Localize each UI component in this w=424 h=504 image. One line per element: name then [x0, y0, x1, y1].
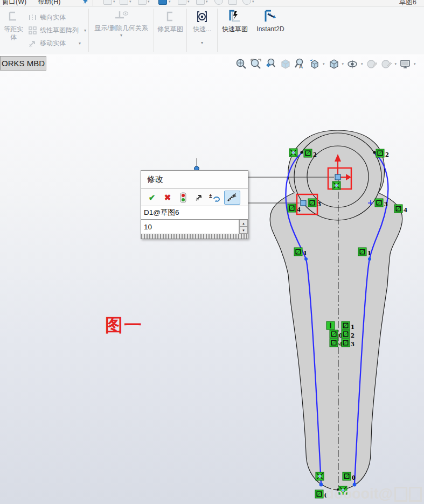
watermark-glyph-box	[394, 487, 407, 502]
move-entities-caret[interactable]: ▾	[79, 41, 81, 46]
tangent-constraint-icon[interactable]: 0	[330, 330, 343, 339]
annotation-view-icon[interactable]: A	[293, 58, 306, 71]
edit-appearance-icon[interactable]	[365, 58, 378, 71]
quick-snaps-icon	[195, 10, 209, 24]
ribbon-separator	[217, 9, 218, 52]
spinner-down-button[interactable]: ▼	[239, 227, 248, 234]
menu-window[interactable]: 窗口(W)	[2, 0, 26, 6]
selected-origin-point[interactable]	[335, 174, 340, 180]
hide-show-items-caret[interactable]: ▾	[361, 62, 363, 66]
cancel-button[interactable]: ✖	[162, 192, 173, 204]
sketch-point[interactable]	[300, 151, 303, 153]
traffic-light-icon	[180, 192, 186, 203]
apply-scene-icon[interactable]	[380, 58, 393, 71]
display-delete-relations-label: 显示/删除几何关系	[94, 24, 148, 32]
pin-icon[interactable]	[82, 0, 88, 5]
open-icon[interactable]	[120, 0, 128, 5]
display-delete-relations-caret[interactable]: ▾	[120, 33, 122, 38]
tangent-constraint-icon[interactable]: 4	[394, 205, 407, 214]
instant2d-button[interactable]: Instant2D	[251, 6, 290, 54]
display-style-icon[interactable]	[327, 58, 340, 71]
mirror-entities-button[interactable]: 镜向实体	[27, 12, 87, 24]
quick-snaps-caret[interactable]: ▾	[201, 41, 203, 45]
tangent-constraint-icon[interactable]: 2	[342, 330, 355, 339]
repair-sketch-button[interactable]: 修复草图	[155, 6, 185, 54]
tangent-constraint-icon[interactable]: 1	[342, 321, 355, 331]
rebuild-button[interactable]	[177, 192, 189, 204]
select-icon[interactable]	[196, 0, 205, 5]
save-icon[interactable]	[138, 0, 147, 5]
view-settings-icon[interactable]	[399, 58, 412, 71]
tab-solidworks-mbd[interactable]: ORKS MBD	[0, 56, 46, 71]
spline-point[interactable]	[368, 257, 371, 261]
modify-dialog[interactable]: 修改 ✔ ✖	[141, 170, 248, 239]
increment-settings-button[interactable]: ±	[208, 192, 220, 204]
offset-entities-icon	[6, 10, 20, 24]
redo-icon[interactable]	[178, 0, 186, 5]
caret: ▾	[148, 0, 150, 4]
new-icon[interactable]	[103, 0, 112, 5]
move-entities-button[interactable]: 移动实体 ▾	[27, 38, 87, 50]
rapid-sketch-button[interactable]: 快速草图	[219, 6, 251, 54]
coincident-constraint-icon[interactable]	[332, 181, 340, 190]
caret: ▾	[252, 0, 254, 4]
tangent-constraint-icon[interactable]: 3	[375, 199, 388, 208]
mirror-entities-icon	[28, 13, 37, 22]
selected-sketch-point[interactable]	[301, 200, 306, 206]
tangent-constraint-icon[interactable]: 1	[358, 248, 371, 257]
dialog-resize-grip[interactable]	[141, 234, 248, 239]
dimension-value-input[interactable]: 10	[141, 220, 239, 234]
section-view-icon[interactable]	[279, 58, 291, 71]
offset-entities-button[interactable]: 等距实体	[0, 6, 27, 54]
tangent-constraint-icon[interactable]: 2	[376, 149, 389, 158]
tangent-constraint-icon[interactable]: 3	[308, 199, 321, 208]
apply-scene-caret[interactable]: ▾	[395, 62, 397, 66]
accept-button[interactable]: ✔	[146, 192, 158, 204]
dimension-wand-icon	[227, 193, 238, 202]
repair-sketch-icon	[163, 10, 177, 24]
svg-text:±: ±	[209, 193, 212, 199]
options-card-icon[interactable]	[228, 0, 237, 5]
view-settings-caret[interactable]: ▾	[414, 62, 416, 66]
svg-text:3: 3	[351, 340, 355, 348]
mirror-entities-label: 镜向实体	[40, 13, 66, 22]
caret: ▾	[169, 0, 171, 4]
coincident-constraint-icon[interactable]	[289, 149, 297, 157]
print-icon[interactable]	[158, 0, 167, 5]
svg-text:1: 1	[367, 249, 371, 257]
sketch-point[interactable]	[373, 151, 376, 153]
mark-dimension-button[interactable]	[224, 191, 240, 205]
svg-text:3: 3	[317, 200, 321, 208]
vertical-constraint-icon[interactable]	[326, 321, 335, 330]
display-style-caret[interactable]: ▾	[342, 62, 344, 66]
gear-icon[interactable]	[242, 0, 251, 5]
record-icon[interactable]	[214, 0, 223, 5]
svg-text:A: A	[299, 64, 303, 69]
display-delete-relations-button[interactable]: 显示/删除几何关系 ▾	[90, 6, 152, 54]
tangent-constraint-icon[interactable]: 0	[343, 472, 356, 481]
sketch-canvas[interactable]: 2 2 3 4 3 4 1 1 0 4 1	[0, 54, 424, 504]
zoom-area-icon[interactable]	[249, 58, 262, 71]
coincident-constraint-icon[interactable]	[316, 472, 324, 480]
previous-view-icon[interactable]	[264, 58, 277, 71]
tangent-constraint-icon[interactable]: 1	[294, 248, 307, 257]
linear-pattern-button[interactable]: 线性草图阵列 ▾	[27, 25, 87, 37]
dimension-name-field[interactable]: D1@草图6	[141, 206, 248, 220]
reverse-direction-button[interactable]	[193, 192, 205, 204]
spline-point[interactable]	[304, 257, 308, 261]
tangent-constraint-icon[interactable]: 3	[342, 339, 355, 348]
tangent-constraint-icon[interactable]: 4	[288, 204, 301, 213]
tangent-constraint-icon[interactable]: 2	[304, 149, 317, 158]
tangent-constraint-icon[interactable]: 4	[330, 339, 343, 348]
linear-pattern-caret[interactable]: ▾	[84, 28, 86, 33]
zoom-fit-icon[interactable]	[235, 58, 248, 71]
view-orientation-caret[interactable]: ▾	[323, 62, 325, 66]
spinner-up-button[interactable]: ▲	[239, 220, 248, 227]
graphics-viewport[interactable]: 2 2 3 4 3 4 1 1 0 4 1	[0, 54, 424, 504]
view-orientation-icon[interactable]	[308, 58, 321, 71]
hide-show-items-icon[interactable]	[346, 58, 359, 71]
svg-text:2: 2	[385, 150, 389, 158]
menu-help[interactable]: 帮助(H)	[38, 0, 60, 6]
quick-snaps-button[interactable]: 快速... ▾	[188, 6, 216, 54]
spline-point[interactable]	[319, 483, 323, 487]
